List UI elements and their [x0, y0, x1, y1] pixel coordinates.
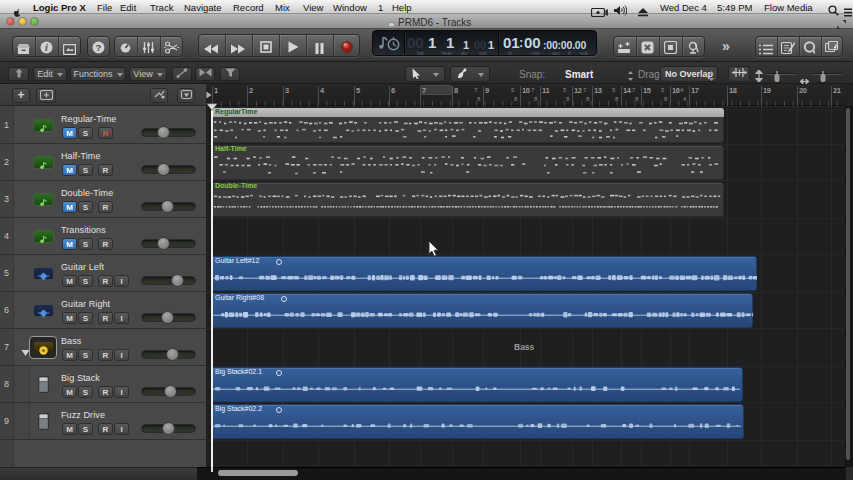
svg-text:?: ? — [96, 42, 102, 53]
svg-text:i: i — [45, 42, 48, 53]
